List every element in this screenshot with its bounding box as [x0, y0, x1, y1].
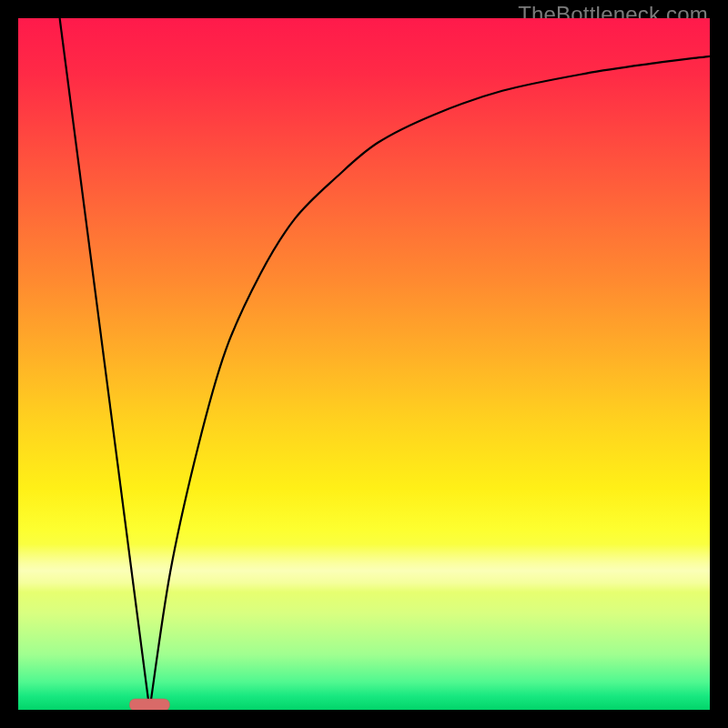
- bottom-marker: [129, 699, 169, 710]
- curve-group: [60, 18, 710, 710]
- right-curve: [149, 56, 710, 710]
- left-line: [60, 18, 150, 710]
- chart-svg: [18, 18, 710, 710]
- plot-area: [18, 18, 710, 710]
- chart-frame: TheBottleneck.com: [0, 0, 728, 728]
